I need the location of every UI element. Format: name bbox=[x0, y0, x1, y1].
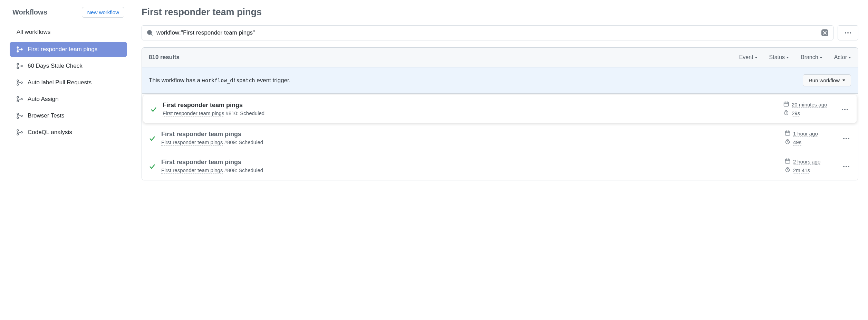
sidebar-item-label: Browser Tests bbox=[28, 112, 64, 119]
sidebar-workflow-item[interactable]: Auto label Pull Requests bbox=[10, 75, 127, 90]
sidebar-item-label: 60 Days Stale Check bbox=[28, 63, 83, 69]
svg-point-15 bbox=[17, 130, 19, 131]
svg-point-5 bbox=[21, 65, 22, 67]
run-time: 20 minutes ago bbox=[792, 102, 827, 108]
results-panel: 810 results Event Status Branch Actor Th… bbox=[142, 47, 858, 180]
check-icon bbox=[149, 162, 156, 170]
filters: Event Status Branch Actor bbox=[739, 54, 851, 60]
sidebar-workflow-item[interactable]: 60 Days Stale Check bbox=[10, 58, 127, 74]
svg-point-30 bbox=[848, 138, 849, 139]
dispatch-banner: This workflow has a workflow_dispatch ev… bbox=[142, 67, 858, 94]
dispatch-code: workflow_dispatch bbox=[202, 77, 255, 84]
svg-point-14 bbox=[21, 115, 22, 117]
svg-point-10 bbox=[17, 100, 19, 102]
stopwatch-icon bbox=[785, 139, 790, 145]
caret-down-icon bbox=[848, 57, 851, 58]
sidebar-item-label: Auto label Pull Requests bbox=[28, 79, 91, 86]
svg-point-17 bbox=[21, 132, 22, 133]
svg-point-20 bbox=[850, 32, 851, 34]
svg-rect-31 bbox=[785, 159, 790, 163]
search-input[interactable] bbox=[153, 29, 821, 36]
run-more-button[interactable] bbox=[840, 104, 850, 113]
workflow-icon bbox=[17, 79, 23, 86]
sidebar-item-label: CodeQL analysis bbox=[28, 129, 72, 136]
dispatch-text: This workflow has a workflow_dispatch ev… bbox=[149, 77, 291, 84]
check-icon bbox=[150, 105, 158, 113]
calendar-icon bbox=[785, 158, 790, 165]
svg-point-0 bbox=[17, 47, 19, 48]
run-info: First responder team pingsFirst responde… bbox=[161, 159, 780, 173]
sidebar-workflow-item[interactable]: Auto Assign bbox=[10, 92, 127, 107]
run-time: 1 hour ago bbox=[793, 131, 818, 137]
svg-point-34 bbox=[846, 166, 847, 167]
x-icon bbox=[823, 31, 827, 35]
runs-list: First responder team pingsFirst responde… bbox=[142, 95, 858, 180]
sidebar: Workflows New workflow All workflows Fir… bbox=[10, 7, 127, 180]
sidebar-item-label: First responder team pings bbox=[28, 46, 97, 53]
sidebar-workflow-item[interactable]: CodeQL analysis bbox=[10, 125, 127, 140]
run-subtitle: First responder team pings #810: Schedul… bbox=[163, 110, 779, 116]
stopwatch-icon bbox=[785, 167, 790, 173]
workflow-icon bbox=[17, 96, 23, 102]
run-meta: 20 minutes ago29s bbox=[783, 101, 835, 116]
run-meta: 1 hour ago49s bbox=[785, 130, 837, 145]
filter-branch[interactable]: Branch bbox=[801, 54, 822, 60]
more-options-button[interactable] bbox=[838, 25, 858, 40]
run-row[interactable]: First responder team pingsFirst responde… bbox=[142, 152, 858, 180]
run-duration: 2m 41s bbox=[793, 167, 810, 173]
filter-event[interactable]: Event bbox=[739, 54, 758, 60]
results-header: 810 results Event Status Branch Actor bbox=[142, 48, 858, 67]
clear-search-button[interactable] bbox=[821, 29, 828, 36]
caret-down-icon bbox=[755, 57, 758, 58]
sidebar-workflow-item[interactable]: Browser Tests bbox=[10, 108, 127, 123]
svg-point-23 bbox=[842, 109, 843, 110]
new-workflow-button[interactable]: New workflow bbox=[82, 7, 124, 18]
svg-point-25 bbox=[847, 109, 848, 110]
check-icon bbox=[149, 134, 156, 142]
svg-point-24 bbox=[844, 109, 846, 110]
calendar-icon bbox=[785, 130, 790, 137]
svg-point-12 bbox=[17, 113, 19, 115]
run-more-button[interactable] bbox=[841, 161, 851, 170]
run-info: First responder team pingsFirst responde… bbox=[161, 131, 780, 145]
run-title: First responder team pings bbox=[161, 159, 780, 166]
sidebar-workflow-item[interactable]: First responder team pings bbox=[10, 42, 127, 57]
svg-point-9 bbox=[17, 96, 19, 98]
search-container bbox=[142, 25, 833, 40]
svg-point-6 bbox=[17, 80, 19, 82]
svg-rect-21 bbox=[784, 102, 789, 106]
svg-rect-26 bbox=[785, 131, 790, 135]
run-title: First responder team pings bbox=[163, 102, 779, 109]
run-row[interactable]: First responder team pingsFirst responde… bbox=[142, 124, 858, 152]
svg-point-7 bbox=[17, 84, 19, 85]
sidebar-workflow-list: First responder team pings60 Days Stale … bbox=[10, 42, 127, 140]
page-title: First responder team pings bbox=[142, 7, 858, 18]
filter-status[interactable]: Status bbox=[769, 54, 789, 60]
calendar-icon bbox=[783, 101, 789, 108]
run-time: 2 hours ago bbox=[793, 159, 820, 165]
search-icon bbox=[147, 30, 153, 36]
svg-point-2 bbox=[21, 49, 22, 50]
main-content: First responder team pings 810 results E… bbox=[142, 7, 858, 180]
run-duration: 29s bbox=[792, 110, 800, 116]
caret-down-icon bbox=[786, 57, 789, 58]
svg-point-19 bbox=[847, 32, 849, 34]
run-more-button[interactable] bbox=[841, 133, 851, 142]
results-count: 810 results bbox=[149, 54, 180, 61]
run-workflow-button[interactable]: Run workflow bbox=[803, 74, 851, 86]
run-subtitle: First responder team pings #808: Schedul… bbox=[161, 167, 780, 173]
run-title: First responder team pings bbox=[161, 131, 780, 138]
svg-point-1 bbox=[17, 50, 19, 52]
svg-point-33 bbox=[843, 166, 845, 167]
run-subtitle: First responder team pings #809: Schedul… bbox=[161, 139, 780, 145]
svg-point-16 bbox=[17, 133, 19, 135]
filter-actor[interactable]: Actor bbox=[834, 54, 851, 60]
kebab-icon bbox=[845, 32, 851, 34]
svg-point-28 bbox=[843, 138, 845, 139]
run-info: First responder team pingsFirst responde… bbox=[163, 102, 779, 116]
run-row[interactable]: First responder team pingsFirst responde… bbox=[143, 95, 857, 123]
sidebar-all-workflows[interactable]: All workflows bbox=[10, 25, 127, 39]
svg-point-11 bbox=[21, 98, 22, 100]
svg-point-29 bbox=[846, 138, 847, 139]
sidebar-title: Workflows bbox=[12, 8, 47, 16]
